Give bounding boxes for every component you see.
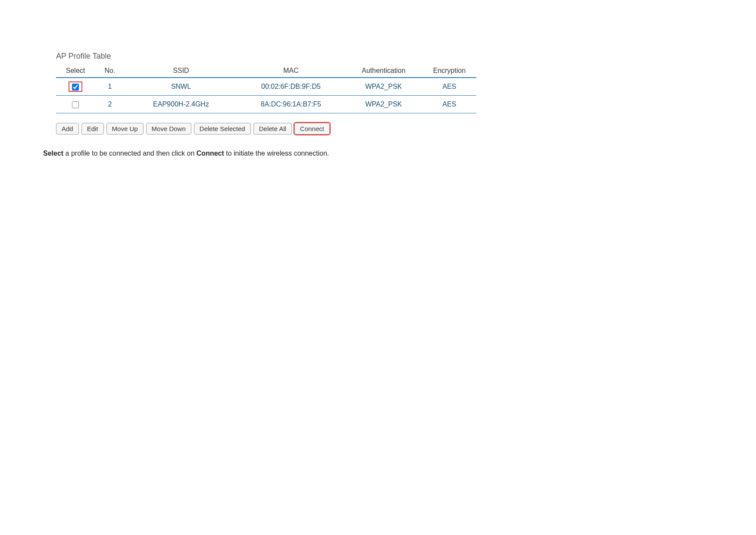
header-mac: MAC: [237, 64, 345, 78]
cell-no: 2: [95, 96, 125, 113]
select-checkbox[interactable]: [72, 84, 79, 91]
table-row: 2 EAP900H-2.4GHz 8A:DC:96:1A:B7:F5 WPA2_…: [56, 96, 476, 113]
cell-select: [56, 78, 95, 96]
delete-all-button[interactable]: Delete All: [253, 123, 292, 135]
checkbox-wrapper: [69, 99, 82, 110]
instruction-bold-select: Select: [43, 150, 63, 157]
move-up-button[interactable]: Move Up: [106, 123, 144, 135]
instruction-bold-connect: Connect: [197, 150, 224, 157]
table-row: 1 SNWL 00:02:6F:DB:9F:D5 WPA2_PSK AES: [56, 78, 476, 96]
delete-selected-button[interactable]: Delete Selected: [194, 123, 251, 135]
cell-enc: AES: [422, 78, 476, 96]
button-row: Add Edit Move Up Move Down Delete Select…: [56, 123, 713, 135]
header-select: Select: [56, 64, 95, 78]
ap-profile-table: Select No. SSID MAC Authentication Encry…: [56, 64, 476, 113]
table-title: AP Profile Table: [43, 52, 713, 61]
cell-ssid: EAP900H-2.4GHz: [125, 96, 237, 113]
header-ssid: SSID: [125, 64, 237, 78]
instruction-text: Select a profile to be connected and the…: [43, 150, 713, 157]
table-header-row: Select No. SSID MAC Authentication Encry…: [56, 64, 476, 78]
edit-button[interactable]: Edit: [81, 123, 104, 135]
cell-ssid: SNWL: [125, 78, 237, 96]
add-button[interactable]: Add: [56, 123, 79, 135]
move-down-button[interactable]: Move Down: [146, 123, 191, 135]
header-enc: Encryption: [422, 64, 476, 78]
instruction-text-part2: a profile to be connected and then click…: [63, 150, 197, 157]
instruction-text-part4: to initiate the wireless connection.: [224, 150, 329, 157]
cell-auth: WPA2_PSK: [345, 78, 422, 96]
header-no: No.: [95, 64, 125, 78]
cell-select: [56, 96, 95, 113]
cell-auth: WPA2_PSK: [345, 96, 422, 113]
connect-button[interactable]: Connect: [294, 123, 330, 135]
select-checkbox[interactable]: [72, 101, 79, 108]
cell-enc: AES: [422, 96, 476, 113]
cell-mac: 00:02:6F:DB:9F:D5: [237, 78, 345, 96]
checkbox-wrapper-highlighted: [69, 81, 82, 92]
cell-no: 1: [95, 78, 125, 96]
header-auth: Authentication: [345, 64, 422, 78]
cell-mac: 8A:DC:96:1A:B7:F5: [237, 96, 345, 113]
